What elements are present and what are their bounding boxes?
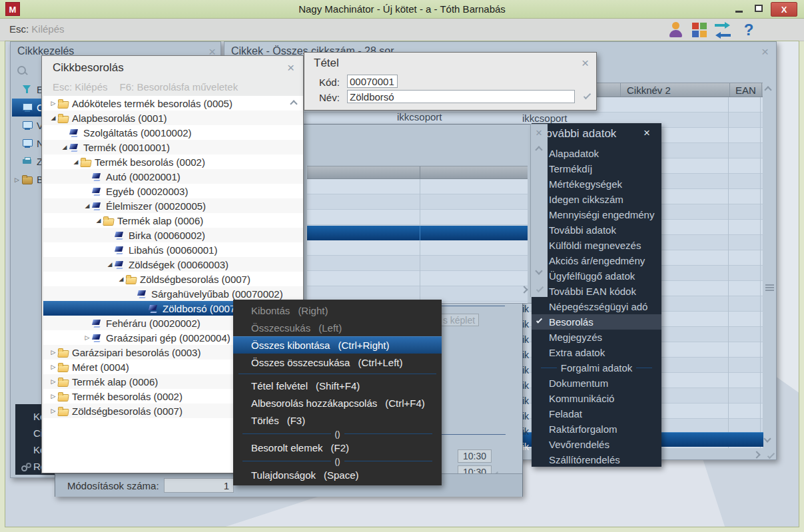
panel-menu-item[interactable]: Megjegyzés xyxy=(532,330,661,345)
panel-menu-item[interactable]: Kommunikáció xyxy=(532,391,661,406)
expander-icon[interactable]: ▷ xyxy=(15,176,22,183)
panel-menu-item[interactable]: Forgalmi adatok xyxy=(532,360,661,376)
detail-scroll-up-icon[interactable] xyxy=(535,146,542,153)
context-menu-item[interactable]: Összecsukás (Left) xyxy=(233,319,442,336)
context-menu-item[interactable]: () xyxy=(233,429,442,439)
tree-item[interactable]: Birka (00060002) xyxy=(43,228,303,242)
help-icon[interactable]: ? xyxy=(739,21,758,39)
context-menu-item[interactable]: Kibontás (Right) xyxy=(233,302,442,319)
scroll-up-icon[interactable] xyxy=(764,86,771,93)
panel-menu-item[interactable]: Mértékegységek xyxy=(532,176,661,192)
tetel-close-icon[interactable]: × xyxy=(582,58,589,69)
tree-item[interactable]: ◢ Zöldségek (00060003) xyxy=(43,257,303,272)
keplet-button[interactable]: s képlet xyxy=(439,314,479,326)
panel-menu-item[interactable]: Raktárforgalom xyxy=(532,421,661,437)
cikkbesorolas-close-icon[interactable]: × xyxy=(287,63,294,73)
panel-menu-item[interactable]: Külföldi megnevezés xyxy=(532,238,661,253)
maximize-button[interactable] xyxy=(755,5,763,12)
detail-close-icon[interactable]: × xyxy=(536,129,542,138)
esc-exit-hint[interactable]: Esc: Kilépés xyxy=(9,23,65,35)
tree-item[interactable]: Sárgahüvelyűbab (00070002) xyxy=(43,286,303,301)
tree-item[interactable]: ◢ Termék alap (0006) xyxy=(43,213,303,228)
modifications-count-field[interactable] xyxy=(164,478,234,493)
expander-icon[interactable]: ◢ xyxy=(105,261,115,268)
tree-item[interactable]: ◢ Zöldségbesorolás (0007) xyxy=(43,272,303,286)
close-button[interactable]: X xyxy=(771,2,797,17)
context-menu-item[interactable]: Összes összecsukása (Ctrl+Left) xyxy=(233,354,442,371)
expander-icon[interactable]: ▷ xyxy=(49,393,58,399)
expander-icon[interactable]: ▷ xyxy=(49,407,58,414)
menu-item-label: Tétel felvétel xyxy=(251,380,308,392)
detail-confirm-icon[interactable] xyxy=(536,285,544,292)
confirm-icon[interactable] xyxy=(767,451,775,459)
user-icon[interactable] xyxy=(667,21,685,39)
tree-item[interactable]: Szolgáltatás (00010002) xyxy=(43,125,303,140)
expander-icon[interactable]: ◢ xyxy=(49,115,58,121)
kod-field[interactable] xyxy=(347,75,398,88)
panel-menu-item[interactable]: Ügyfélfüggő adatok xyxy=(532,268,661,284)
modules-grid-icon[interactable] xyxy=(692,21,711,39)
panel-menu-item[interactable]: További adatok xyxy=(532,222,661,238)
confirm-icon[interactable] xyxy=(584,92,591,99)
panel-menu-item[interactable]: Extra adatok xyxy=(532,345,661,360)
expander-icon[interactable]: ▷ xyxy=(49,100,58,107)
tree-item[interactable]: Autó (00020001) xyxy=(43,169,303,184)
tree-item[interactable]: Libahús (00060001) xyxy=(43,242,303,257)
panel-menu-item[interactable]: Akciós ár/engedmény xyxy=(532,253,661,268)
panel-menu-item[interactable]: Besorolás xyxy=(532,314,661,330)
panel-menu-item[interactable]: Dokumentum xyxy=(532,376,661,391)
menu-item-label: Tulajdonságok xyxy=(251,469,316,481)
context-menu-item[interactable]: Tulajdonságok (Space) xyxy=(233,466,442,483)
expander-icon[interactable]: ◢ xyxy=(71,158,81,165)
expander-icon[interactable]: ▷ xyxy=(49,364,58,370)
context-menu-item[interactable]: Tétel felvétel (Shift+F4) xyxy=(233,377,442,394)
column-header-cikknev2[interactable]: Cikknév 2 xyxy=(627,85,671,96)
panel-menu-item[interactable]: Népegészségügyi adó xyxy=(532,299,661,314)
tree-item[interactable]: ◢ Alapbesorolás (0001) xyxy=(43,111,303,125)
panel-menu-item[interactable]: Feladat xyxy=(532,406,661,421)
tree-item[interactable]: ◢ Élelmiszer (00020005) xyxy=(43,198,303,213)
drag-grip-icon[interactable] xyxy=(765,284,774,292)
panel-menu-item[interactable]: Termékdíj xyxy=(532,161,661,176)
column-header-ean[interactable]: EAN xyxy=(735,85,756,96)
scroll-right-icon[interactable] xyxy=(753,451,760,458)
panel-menu-item[interactable]: Vevőrendelés xyxy=(532,437,661,452)
tree-item[interactable]: Egyéb (00020003) xyxy=(43,184,303,198)
expander-icon[interactable]: ▷ xyxy=(49,349,58,356)
context-menu-item[interactable] xyxy=(233,371,442,377)
panel-menu-item[interactable]: Alapadatok xyxy=(532,146,661,161)
check-icon xyxy=(536,317,542,323)
detail-selected-row[interactable] xyxy=(307,226,528,240)
cikkek-close-icon[interactable]: × xyxy=(761,47,769,57)
expander-icon[interactable]: ▷ xyxy=(49,378,58,385)
scroll-down-icon[interactable] xyxy=(763,435,771,442)
tree-item[interactable]: ◢ Termék (00010001) xyxy=(43,140,303,154)
panel-menu-item[interactable]: Idegen cikkszám xyxy=(532,192,661,207)
nev-field[interactable] xyxy=(347,90,575,103)
detail-table-rows[interactable] xyxy=(307,179,528,303)
time-field-1[interactable] xyxy=(458,449,492,463)
sync-arrows-icon[interactable] xyxy=(713,21,732,39)
detail-scroll-down-icon[interactable] xyxy=(535,267,542,274)
context-menu-item[interactable]: Albesorolás hozzákapcsolás (Ctrl+F4) xyxy=(233,394,442,411)
tree-item-label: Termék besorolás (0002) xyxy=(72,391,183,402)
expander-icon[interactable]: ◢ xyxy=(83,202,92,209)
expander-icon[interactable]: ◢ xyxy=(94,217,103,224)
tree-item[interactable]: ◢ Termék besorolás (0002) xyxy=(43,154,303,169)
panel-close-icon[interactable]: × xyxy=(643,128,650,138)
panel-menu-item[interactable]: További EAN kódok xyxy=(532,284,661,299)
expander-icon[interactable]: ▷ xyxy=(83,334,92,341)
panel-menu-item[interactable]: Mennyiségi engedmény xyxy=(532,207,661,222)
tree-item[interactable]: ▷ Adóköteles termék besorolás (0005) xyxy=(43,96,303,111)
context-menu-item[interactable]: Törlés (F3) xyxy=(233,411,442,429)
panel-menu-item[interactable]: Szállítórendelés xyxy=(532,452,661,467)
context-menu-item[interactable]: () xyxy=(233,456,442,466)
expander-icon[interactable]: ◢ xyxy=(117,276,126,282)
expander-icon[interactable]: ◢ xyxy=(60,144,69,150)
context-menu-item[interactable]: Összes kibontása (Ctrl+Right) xyxy=(233,336,442,354)
node-icon xyxy=(58,114,69,123)
group-label-fragment: ikkcsoport xyxy=(397,111,442,123)
search-icon[interactable] xyxy=(17,66,28,77)
minimize-button[interactable] xyxy=(735,11,743,13)
context-menu-item[interactable]: Besorolt elemek (F2) xyxy=(233,439,442,456)
